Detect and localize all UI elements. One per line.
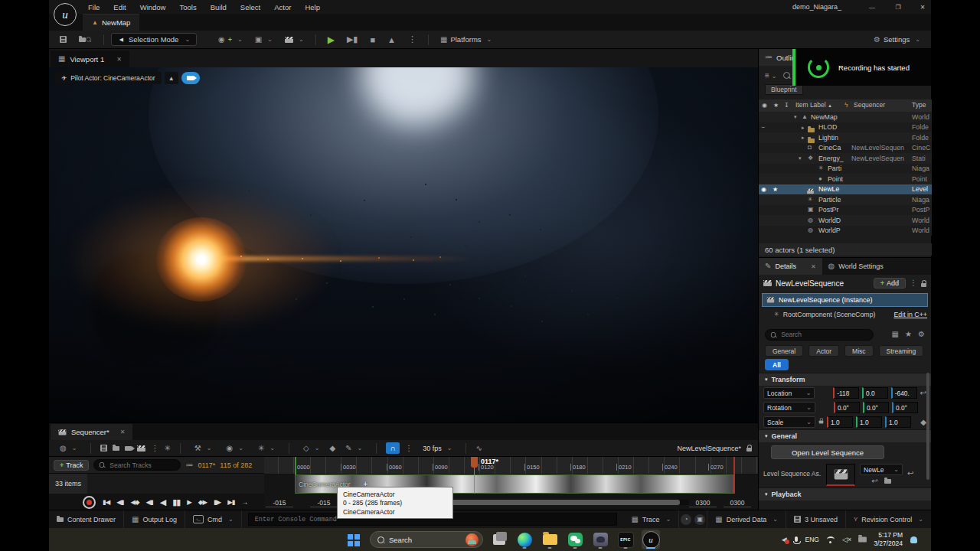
play-options-button[interactable]: ⋮	[403, 33, 421, 46]
content-drawer-button[interactable]: Content Drawer	[49, 510, 124, 528]
content-browser-button[interactable]	[74, 34, 96, 44]
screenshot-status-icon[interactable]: ▣	[694, 514, 705, 525]
level-sequence-thumbnail[interactable]	[826, 464, 855, 486]
tab-viewport-1[interactable]: ▦ Viewport 1 ✕	[51, 51, 129, 67]
reset-location-icon[interactable]: ↩	[920, 390, 926, 397]
location-y-field[interactable]: 0.0	[862, 387, 888, 399]
edit-options-dropdown[interactable]: ✎⌄	[341, 443, 367, 454]
menu-help[interactable]: Help	[298, 0, 327, 14]
scale-z-field[interactable]: 1.0	[885, 416, 911, 428]
rotation-y-field[interactable]: 0.0°	[863, 402, 889, 413]
playhead-marker[interactable]	[471, 457, 478, 468]
scale-lock-icon[interactable]	[819, 421, 824, 424]
save-sequence-button[interactable]	[100, 445, 107, 452]
play-forward-button[interactable]: ▶	[187, 498, 191, 506]
tray-app-icon[interactable]	[858, 536, 867, 542]
add-actor-dropdown[interactable]: ◉+⌄	[214, 34, 247, 45]
details-search[interactable]	[765, 329, 874, 341]
keyframe-options-dropdown[interactable]: ◇⌄	[299, 443, 324, 454]
tab-world-settings[interactable]: ◍ World Settings	[822, 258, 890, 275]
volume-muted-icon[interactable]: ◁×	[842, 536, 851, 543]
pilot-actor-pill[interactable]: ✈ Pilot Actor: CineCameraActor	[55, 72, 162, 84]
prev-frame-button[interactable]: ◀▮	[116, 498, 123, 506]
details-search-input[interactable]	[779, 330, 868, 339]
snap-magnet-toggle[interactable]: ∩	[386, 442, 400, 454]
audio-device-error-icon[interactable]: ◀	[782, 536, 787, 543]
edit-in-cpp-link[interactable]: Edit in C++	[893, 311, 927, 318]
rotation-dropdown[interactable]: Rotation⌄	[763, 402, 815, 413]
revision-control-dropdown[interactable]: Y Revision Control ⌄	[846, 510, 931, 528]
stop-button[interactable]: ■	[365, 34, 380, 46]
details-settings-icon[interactable]: ⚙	[918, 331, 925, 338]
eject-button[interactable]: ▲	[383, 34, 400, 46]
expander-icon[interactable]: ▾	[799, 155, 802, 161]
output-log-button[interactable]: ▦ Output Log	[124, 510, 185, 528]
outliner-row-energy[interactable]: ▾ ❖ Energy_ NewLevelSequen Stati	[759, 153, 932, 164]
tab-sequencer[interactable]: Sequencer* ✕	[51, 424, 132, 440]
insights-status-icon[interactable]: ◔	[681, 514, 691, 525]
edge-app-button[interactable]	[515, 530, 534, 549]
component-instance-row[interactable]: NewLevelSequence (Instance)	[762, 293, 928, 307]
browse-to-asset-icon[interactable]	[884, 479, 891, 484]
playback-options-dropdown[interactable]: ✳⌄	[253, 443, 279, 454]
pause-button[interactable]: ▮▮	[172, 497, 180, 507]
add-track-button[interactable]: +Track	[54, 460, 89, 471]
create-camera-button[interactable]	[125, 446, 132, 451]
expander-icon[interactable]: ▸	[802, 125, 805, 131]
lock-icon[interactable]	[921, 283, 926, 287]
cinematics-dropdown[interactable]: ⌄	[280, 34, 309, 44]
unreal-logo-icon[interactable]: u	[54, 3, 77, 26]
wechat-app-button[interactable]	[566, 530, 584, 549]
taskbar-search[interactable]: Search	[370, 531, 483, 548]
auto-key-icon[interactable]: ◆	[329, 445, 335, 452]
track-group-row[interactable]: 33 items	[49, 474, 87, 494]
timeline-ruler[interactable]: 0000 0030 0060 0090 0120 0150 0180 0210 …	[264, 457, 758, 474]
location-x-field[interactable]: -118	[833, 387, 859, 399]
favorite-column-icon[interactable]: ★	[773, 102, 779, 109]
epic-games-button[interactable]: EPIC	[616, 530, 635, 549]
favorites-icon[interactable]: ★	[905, 331, 912, 338]
track-search-input[interactable]	[108, 461, 175, 470]
selection-mode-dropdown[interactable]: ▲ Selection Mode ⌄	[111, 33, 197, 46]
play-button[interactable]: ▶	[323, 33, 339, 47]
blueprints-dropdown[interactable]: ▣⌄	[250, 34, 277, 45]
star-icon[interactable]: ★	[773, 186, 778, 193]
close-icon[interactable]: ✕	[116, 56, 122, 63]
type-column[interactable]: Type	[912, 101, 926, 109]
chip-all[interactable]: All	[765, 359, 789, 370]
unsaved-button[interactable]: 3 Unsaved	[786, 510, 846, 528]
rotation-x-field[interactable]: 0.0°	[834, 402, 860, 413]
unreal-app-button[interactable]: u	[642, 530, 660, 549]
derived-data-dropdown[interactable]: ▦ Derived Data ⌄	[707, 510, 786, 528]
general-section-header[interactable]: ▾ General	[759, 429, 931, 442]
open-level-sequence-button[interactable]: Open Level Sequence	[771, 445, 884, 459]
skip-button[interactable]: ▶▮	[342, 33, 363, 46]
track-filter-icon[interactable]: ≔	[185, 461, 193, 469]
curve-editor-icon[interactable]: ∿	[475, 445, 482, 452]
outliner-row-worlddata[interactable]: ◍ WorldD World	[759, 215, 932, 226]
transform-section-header[interactable]: ▾ Transform	[759, 373, 931, 386]
view-options-dropdown[interactable]: ◉⌄	[222, 443, 248, 454]
maximize-button[interactable]: ❐	[890, 1, 906, 13]
next-key-button[interactable]: ◆▶	[198, 498, 207, 506]
scale-dropdown[interactable]: Scale⌄	[763, 416, 815, 428]
visibility-column-icon[interactable]: ◉	[762, 102, 767, 109]
browse-sequence-button[interactable]	[113, 446, 119, 451]
jump-to-start-button[interactable]: ▮◀	[103, 498, 109, 506]
stop-piloting-button[interactable]: ▲	[165, 72, 178, 84]
outliner-row-postprocess[interactable]: ▣ PostPr PostP	[759, 205, 932, 216]
language-indicator[interactable]: ENG	[805, 536, 819, 543]
world-dropdown[interactable]: ◍⌄	[55, 443, 81, 454]
view-range-start-field[interactable]: -015	[266, 499, 293, 507]
use-selected-icon[interactable]: ↩	[871, 478, 877, 485]
current-frame-field[interactable]: 0117*	[198, 461, 215, 469]
eye-closed-icon[interactable]: ⌣	[761, 124, 765, 130]
outliner-row-pointlight[interactable]: ● Point Point	[759, 174, 932, 184]
view-range-end-field[interactable]: 0300	[724, 499, 751, 507]
render-movie-button[interactable]	[137, 445, 145, 452]
microphone-icon[interactable]	[795, 536, 798, 543]
prev-key-button[interactable]: ◀◆	[130, 498, 139, 506]
sequence-breadcrumb[interactable]: NewLevelSequence*	[677, 445, 741, 452]
close-icon[interactable]: ✕	[120, 429, 126, 435]
windows-start-button[interactable]	[345, 530, 363, 549]
